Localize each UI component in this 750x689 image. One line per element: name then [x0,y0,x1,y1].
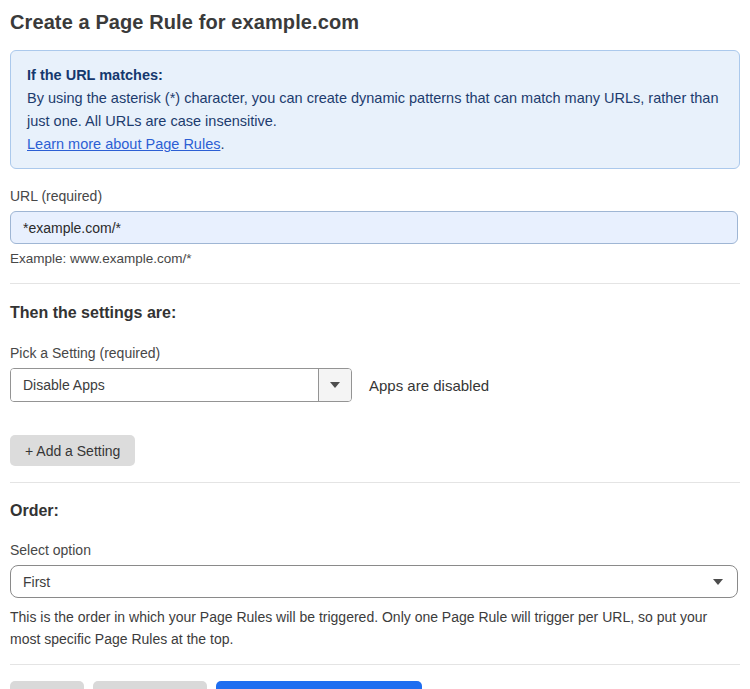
info-box-link-line: Learn more about Page Rules. [27,133,723,156]
link-suffix: . [220,136,224,152]
url-example-helper: Example: www.example.com/* [10,251,740,266]
url-input[interactable] [10,211,738,244]
learn-more-link[interactable]: Learn more about Page Rules [27,136,220,152]
divider [10,664,740,665]
setting-row: Disable Apps Apps are disabled [10,368,740,402]
order-section-heading: Order: [10,502,740,520]
save-as-draft-button[interactable]: Save as Draft [93,681,208,689]
info-box-body: By using the asterisk (*) character, you… [27,87,723,133]
order-helper-text: This is the order in which your Page Rul… [10,606,726,650]
setting-status-text: Apps are disabled [369,377,489,394]
cancel-button[interactable]: Cancel [10,681,84,689]
select-option-label: Select option [10,542,740,558]
caret-down-icon [330,382,340,388]
create-page-rule-panel: Create a Page Rule for example.com If th… [0,0,750,689]
pick-setting-label: Pick a Setting (required) [10,345,740,361]
order-select-value: First [23,574,50,590]
footer-button-row: Cancel Save as Draft Save and Deploy Pag… [10,681,740,689]
info-box-heading: If the URL matches: [27,64,723,87]
add-setting-button[interactable]: + Add a Setting [10,435,135,466]
caret-down-icon [713,579,723,585]
url-label: URL (required) [10,188,740,204]
save-and-deploy-button[interactable]: Save and Deploy Page Rule [216,681,422,689]
settings-section-heading: Then the settings are: [10,304,740,322]
divider [10,283,740,284]
page-title: Create a Page Rule for example.com [10,11,740,34]
setting-select-value: Disable Apps [11,369,318,401]
setting-select-arrow-button[interactable] [318,369,351,401]
url-match-info-box: If the URL matches: By using the asteris… [10,50,740,169]
order-select[interactable]: First [10,565,738,598]
divider [10,482,740,483]
setting-select[interactable]: Disable Apps [10,368,352,402]
